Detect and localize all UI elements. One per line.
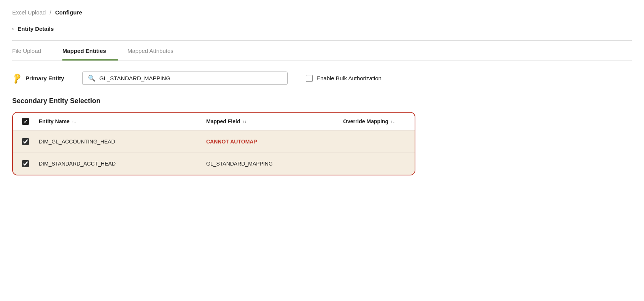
row2-checkbox-cell	[22, 160, 39, 167]
bulk-auth-row: Enable Bulk Authorization	[306, 75, 382, 82]
secondary-entity-table: Entity Name ↑↓ Mapped Field ↑↓ Override …	[12, 112, 415, 175]
bulk-auth-label: Enable Bulk Authorization	[316, 75, 382, 81]
primary-entity-search-wrapper: 🔍	[82, 72, 288, 85]
entity-details-toggle[interactable]: › Entity Details	[12, 22, 632, 35]
col-header-entity-name: Entity Name ↑↓	[39, 118, 206, 124]
row1-entity-name: DIM_GL_ACCOUNTING_HEAD	[39, 139, 206, 145]
col-header-mapped-field: Mapped Field ↑↓	[206, 118, 343, 124]
header-master-checkbox[interactable]	[22, 118, 29, 125]
breadcrumb-part1: Excel Upload	[12, 9, 46, 16]
bulk-auth-checkbox[interactable]	[306, 75, 313, 82]
chevron-right-icon: ›	[12, 26, 14, 32]
tab-mapped-attributes[interactable]: Mapped Attributes	[127, 41, 186, 61]
primary-entity-label: 🔑 Primary Entity	[12, 74, 73, 83]
primary-entity-search-input[interactable]	[99, 75, 282, 81]
key-icon: 🔑	[11, 72, 24, 84]
entity-name-sort-icon[interactable]: ↑↓	[72, 119, 76, 124]
mapped-field-sort-icon[interactable]: ↑↓	[242, 119, 246, 124]
secondary-entity-section: Secondary Entity Selection Entity Name ↑…	[12, 97, 632, 175]
breadcrumb-separator: /	[50, 9, 51, 16]
row2-checkbox[interactable]	[22, 160, 29, 167]
page-container: Excel Upload / Configure › Entity Detail…	[0, 0, 644, 301]
main-content: 🔑 Primary Entity 🔍 Enable Bulk Authoriza…	[12, 61, 632, 175]
col-header-override-mapping: Override Mapping ↑↓	[343, 118, 405, 124]
breadcrumb: Excel Upload / Configure	[12, 9, 632, 16]
row2-mapped-field: GL_STANDARD_MAPPING	[206, 161, 343, 167]
table-header-row: Entity Name ↑↓ Mapped Field ↑↓ Override …	[13, 113, 415, 131]
tab-mapped-entities[interactable]: Mapped Entities	[62, 41, 118, 61]
table-row: DIM_STANDARD_ACCT_HEAD GL_STANDARD_MAPPI…	[13, 153, 415, 175]
row2-entity-name: DIM_STANDARD_ACCT_HEAD	[39, 161, 206, 167]
header-checkbox-cell	[22, 118, 39, 125]
table-row: DIM_GL_ACCOUNTING_HEAD CANNOT AUTOMAP	[13, 131, 415, 153]
tab-file-upload[interactable]: File Upload	[12, 41, 53, 61]
entity-details-label: Entity Details	[17, 25, 54, 32]
breadcrumb-part2: Configure	[55, 9, 82, 16]
row1-checkbox-cell	[22, 138, 39, 145]
override-mapping-sort-icon[interactable]: ↑↓	[391, 119, 395, 124]
search-icon: 🔍	[88, 75, 95, 82]
secondary-entity-title: Secondary Entity Selection	[12, 97, 632, 105]
primary-entity-row: 🔑 Primary Entity 🔍 Enable Bulk Authoriza…	[12, 72, 632, 85]
row1-checkbox[interactable]	[22, 138, 29, 145]
entity-details-section: › Entity Details	[12, 22, 632, 41]
tabs-bar: File Upload Mapped Entities Mapped Attri…	[12, 41, 632, 61]
row1-mapped-field: CANNOT AUTOMAP	[206, 139, 343, 145]
